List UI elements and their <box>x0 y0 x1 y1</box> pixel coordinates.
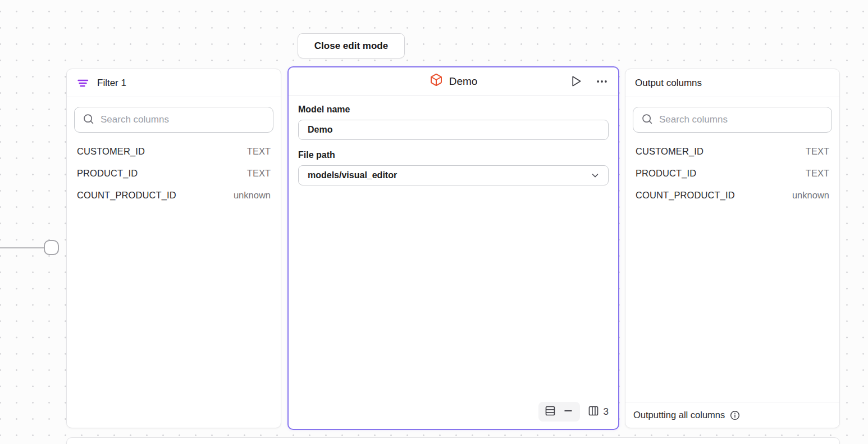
file-path-select[interactable]: models/visual_editor <box>298 165 609 185</box>
search-icon <box>641 113 653 127</box>
column-name: COUNT_PRODUCT_ID <box>77 190 176 201</box>
filter-lines-icon <box>76 76 90 90</box>
file-path-label: File path <box>298 150 609 160</box>
model-cube-icon <box>430 73 443 89</box>
output-search-box <box>633 107 832 133</box>
model-name-label: Model name <box>298 105 609 115</box>
filter-panel-title: Filter 1 <box>97 78 126 89</box>
filter-panel-header: Filter 1 <box>67 69 281 97</box>
column-type: TEXT <box>247 146 271 157</box>
output-footer-text: Outputting all columns <box>633 410 725 420</box>
info-icon[interactable] <box>729 410 741 421</box>
model-panel-title: Demo <box>449 75 478 88</box>
column-type: unknown <box>234 190 271 201</box>
filter-column-list: CUSTOMER_ID TEXT PRODUCT_ID TEXT COUNT_P… <box>67 138 281 209</box>
connector-handle[interactable] <box>44 240 59 255</box>
close-edit-mode-button[interactable]: Close edit mode <box>298 33 405 58</box>
column-type: TEXT <box>247 168 271 179</box>
search-icon <box>83 113 94 127</box>
output-columns-panel: Output columns CUSTOMER_ID TEXT PRODUCT_… <box>625 69 840 428</box>
table-columns-icon <box>588 405 599 418</box>
column-row[interactable]: PRODUCT_ID TEXT <box>628 162 837 184</box>
output-panel-footer: Outputting all columns <box>625 402 839 428</box>
model-name-input[interactable] <box>298 120 609 140</box>
filter-search-input[interactable] <box>100 114 265 125</box>
model-header-controls <box>568 67 609 95</box>
filter-node-panel: Filter 1 CUSTOMER_ID TEXT PRODUCT_ID TEX… <box>66 69 281 428</box>
column-count-indicator[interactable]: 3 <box>588 405 609 418</box>
column-row[interactable]: PRODUCT_ID TEXT <box>69 162 278 184</box>
column-count: 3 <box>604 406 609 418</box>
filter-search-box <box>74 107 273 133</box>
connector-edge <box>0 247 44 248</box>
model-node-panel: Demo Model name File path models/visual_… <box>287 66 619 430</box>
table-rows-icon <box>545 405 556 418</box>
column-name: CUSTOMER_ID <box>77 146 145 157</box>
output-panel-title: Output columns <box>635 78 702 89</box>
column-name: CUSTOMER_ID <box>636 146 703 157</box>
output-column-list: CUSTOMER_ID TEXT PRODUCT_ID TEXT COUNT_P… <box>625 138 839 209</box>
column-name: PRODUCT_ID <box>636 168 696 179</box>
chevron-down-icon <box>590 170 600 180</box>
column-type: unknown <box>792 190 829 201</box>
column-name: COUNT_PRODUCT_ID <box>636 190 735 201</box>
minus-icon <box>563 405 574 418</box>
column-name: PRODUCT_ID <box>77 168 138 179</box>
column-row[interactable]: CUSTOMER_ID TEXT <box>628 141 837 162</box>
output-search-input[interactable] <box>659 114 824 125</box>
model-panel-body: Model name File path models/visual_edito… <box>289 96 618 194</box>
model-panel-footer: 3 <box>538 402 609 422</box>
row-count-toggle[interactable] <box>538 402 580 422</box>
run-model-button[interactable] <box>568 74 583 89</box>
column-row[interactable]: COUNT_PRODUCT_ID unknown <box>628 184 837 206</box>
column-type: TEXT <box>806 168 829 179</box>
model-title-group: Demo <box>430 73 478 89</box>
column-type: TEXT <box>806 146 829 157</box>
more-options-button[interactable] <box>595 74 609 89</box>
results-drawer-panel <box>66 437 840 444</box>
column-row[interactable]: COUNT_PRODUCT_ID unknown <box>69 184 278 206</box>
output-panel-header: Output columns <box>625 69 839 97</box>
model-panel-header: Demo <box>289 67 618 96</box>
column-row[interactable]: CUSTOMER_ID TEXT <box>69 141 278 162</box>
file-path-value: models/visual_editor <box>308 170 397 180</box>
